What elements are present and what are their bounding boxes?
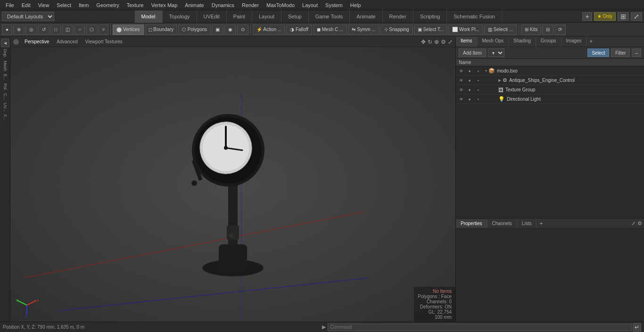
items-tab-images[interactable]: Images bbox=[561, 37, 587, 47]
modo-bxo-eye2[interactable]: ● bbox=[466, 68, 473, 74]
tool-grid2-btn[interactable]: ⊟ bbox=[542, 24, 553, 35]
tree-item-texture-group[interactable]: 👁 ● ▪ 🖼 Texture Group bbox=[456, 85, 644, 95]
prop-tab-properties[interactable]: Properties bbox=[456, 219, 487, 227]
menu-dynamics[interactable]: Dynamics bbox=[208, 1, 238, 9]
vp-tab-textures[interactable]: Viewport Textures bbox=[83, 38, 124, 45]
items-tree[interactable]: 👁 ● ▪ ▾ 📦 modo.bxo 👁 ● ▪ ▶ ⚙ Anti bbox=[456, 66, 644, 218]
menu-help[interactable]: Help bbox=[347, 1, 365, 9]
tool-vertices-btn[interactable]: ⬤ Vertices bbox=[113, 24, 143, 35]
tool-polygons-btn[interactable]: ⬡ Polygons bbox=[178, 24, 211, 35]
tool-symm-btn[interactable]: ⇆ Symm ... bbox=[348, 24, 379, 35]
tool-circle2-btn[interactable]: ◎ bbox=[25, 24, 37, 35]
light-eye1[interactable]: 👁 bbox=[458, 96, 464, 103]
menu-geometry[interactable]: Geometry bbox=[92, 1, 123, 9]
tool-falloff-btn[interactable]: ◑ Falloff bbox=[286, 24, 312, 35]
tab-layout[interactable]: Layout bbox=[252, 10, 281, 23]
tree-item-directional-light[interactable]: 👁 ● ▪ 💡 Directional Light bbox=[456, 95, 644, 104]
tool-dot2-btn[interactable]: ◉ bbox=[224, 24, 236, 35]
vp-tab-advanced[interactable]: Advanced bbox=[55, 38, 79, 45]
modo-bxo-arrow[interactable]: ▾ bbox=[485, 69, 487, 73]
items-minus-button[interactable]: – bbox=[632, 49, 641, 57]
tab-game-tools[interactable]: Game Tools bbox=[309, 10, 350, 23]
items-tab-mesh-ops[interactable]: Mesh Ops bbox=[477, 37, 509, 47]
light-eye3[interactable]: ▪ bbox=[475, 96, 481, 103]
command-send-btn[interactable]: ↵ bbox=[633, 323, 641, 332]
menu-texture[interactable]: Texture bbox=[123, 1, 148, 9]
prop-expand-icon[interactable]: ⤢ bbox=[631, 220, 636, 227]
tool-rect-btn[interactable]: ◫ bbox=[62, 24, 74, 35]
add-layout-btn[interactable]: + bbox=[582, 12, 592, 21]
tool-action-btn[interactable]: ⚡ Action ... bbox=[253, 24, 285, 35]
vp-expand-icon[interactable]: ⤢ bbox=[448, 39, 453, 45]
texture-eye2[interactable]: ● bbox=[466, 87, 473, 93]
items-filter-button[interactable]: Filter bbox=[611, 49, 630, 57]
antique-eye3[interactable]: ▪ bbox=[475, 77, 481, 84]
antique-eye2[interactable]: ● bbox=[466, 77, 473, 84]
sidebar-label-dup[interactable]: Dup. bbox=[2, 48, 8, 59]
prop-tab-add[interactable]: + bbox=[537, 219, 545, 228]
items-tab-shading[interactable]: Shading bbox=[509, 37, 536, 47]
tree-item-modo-bxo[interactable]: 👁 ● ▪ ▾ 📦 modo.bxo bbox=[456, 66, 644, 76]
items-tab-groups[interactable]: Groups bbox=[536, 37, 561, 47]
tab-topology[interactable]: Topology bbox=[163, 10, 197, 23]
modo-bxo-eye1[interactable]: 👁 bbox=[458, 68, 464, 74]
tool-sq2-btn[interactable]: ▣ bbox=[212, 24, 223, 35]
layout-dropdown[interactable]: Default Layouts bbox=[2, 12, 54, 21]
sidebar-label-f[interactable]: F... bbox=[2, 113, 8, 121]
vp-rotate-icon[interactable]: ↻ bbox=[428, 39, 432, 45]
viewport[interactable]: Perspective Advanced Viewport Textures ✥… bbox=[10, 37, 455, 322]
add-item-button[interactable]: Add Item bbox=[459, 49, 486, 57]
items-tab-add[interactable]: + bbox=[586, 37, 595, 47]
menu-view[interactable]: View bbox=[34, 1, 53, 9]
vp-tab-perspective[interactable]: Perspective bbox=[23, 38, 51, 45]
sidebar-label-c[interactable]: C... bbox=[2, 92, 8, 101]
tree-item-antique-ships[interactable]: 👁 ● ▪ ▶ ⚙ Antique_Ships_Engine_Control bbox=[456, 76, 644, 85]
tab-schematic[interactable]: Schematic Fusion bbox=[447, 10, 502, 23]
tab-uvedit[interactable]: UVEdit bbox=[197, 10, 227, 23]
sidebar-label-uv[interactable]: UV... bbox=[2, 102, 8, 113]
tool-mesh-btn[interactable]: ◼ Mesh C ... bbox=[313, 24, 347, 35]
fullscreen-btn[interactable]: ⤢ bbox=[631, 12, 642, 21]
tab-scripting[interactable]: Scripting bbox=[413, 10, 447, 23]
tool-select-btn[interactable]: ▣ Select T... bbox=[414, 24, 448, 35]
tab-setup[interactable]: Setup bbox=[281, 10, 309, 23]
prop-tab-lists[interactable]: Lists bbox=[517, 219, 537, 227]
viewport-toggle[interactable] bbox=[13, 39, 19, 45]
tool-boundary-btn[interactable]: ◻ Boundary bbox=[145, 24, 178, 35]
menu-system[interactable]: System bbox=[322, 1, 347, 9]
vp-move-icon[interactable]: ✥ bbox=[421, 39, 426, 45]
command-input[interactable] bbox=[328, 324, 632, 331]
tool-snap-btn[interactable]: ● bbox=[2, 24, 12, 35]
tool-hex-btn[interactable]: ⬡ bbox=[86, 24, 98, 35]
texture-eye1[interactable]: 👁 bbox=[458, 87, 464, 93]
vp-zoom-icon[interactable]: ⊕ bbox=[434, 39, 439, 45]
add-item-dropdown[interactable]: ▾ bbox=[488, 49, 504, 57]
menu-animate[interactable]: Animate bbox=[181, 1, 207, 9]
tool-rotate-btn[interactable]: ↺ bbox=[38, 24, 50, 35]
vp-settings-icon[interactable]: ⚙ bbox=[441, 39, 446, 45]
menu-layout[interactable]: Layout bbox=[298, 1, 322, 9]
menu-file[interactable]: File bbox=[2, 1, 18, 9]
tool-circle-btn[interactable]: ⊕ bbox=[13, 24, 25, 35]
prop-settings-icon[interactable]: ⚙ bbox=[637, 220, 642, 227]
tool-workpl-btn[interactable]: ⬜ Work Pl... bbox=[448, 24, 483, 35]
tool-kits-btn[interactable]: ⊞ Kits bbox=[521, 24, 541, 35]
menu-edit[interactable]: Edit bbox=[18, 1, 34, 9]
sidebar-label-pol[interactable]: Pol. bbox=[2, 82, 8, 92]
tool-selecti-btn[interactable]: ▥ Selecti ... bbox=[484, 24, 517, 35]
tool-refresh-btn[interactable]: ⟳ bbox=[554, 24, 566, 35]
antique-eye1[interactable]: 👁 bbox=[458, 77, 464, 84]
menu-maxtomodo[interactable]: MaxToModo bbox=[263, 1, 298, 9]
tab-animate[interactable]: Animate bbox=[350, 10, 382, 23]
tool-tri-btn[interactable]: ▿ bbox=[99, 24, 108, 35]
menu-item[interactable]: Item bbox=[75, 1, 92, 9]
modo-bxo-eye3[interactable]: ▪ bbox=[475, 68, 481, 74]
texture-eye3[interactable]: ▪ bbox=[475, 87, 481, 93]
star-only-btn[interactable]: ★ Only bbox=[594, 12, 616, 21]
menu-vertex-map[interactable]: Vertex Map bbox=[148, 1, 182, 9]
tool-snapping-btn[interactable]: ⊹ Snapping bbox=[380, 24, 413, 35]
light-eye2[interactable]: ● bbox=[466, 96, 473, 103]
sidebar-label-mesh[interactable]: Mesh bbox=[2, 60, 8, 72]
antique-ships-arrow[interactable]: ▶ bbox=[498, 78, 501, 82]
items-tab-items[interactable]: Items bbox=[456, 37, 477, 47]
